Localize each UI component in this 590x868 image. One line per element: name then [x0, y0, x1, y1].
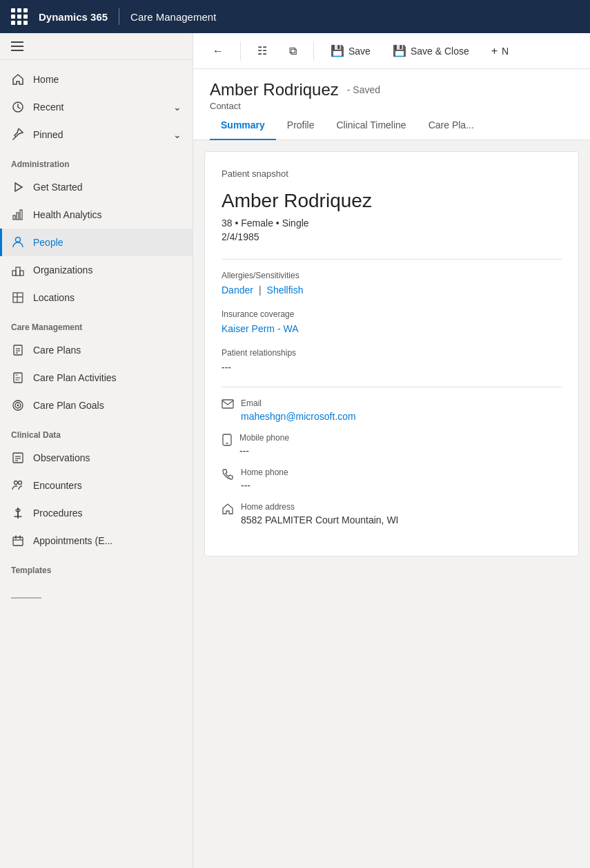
- sidebar-item-people[interactable]: People: [0, 229, 193, 256]
- home-phone-value: ---: [241, 480, 288, 491]
- sidebar-item-care-plans[interactable]: Care Plans: [0, 336, 193, 364]
- pin-icon: [11, 128, 25, 142]
- toolbar: ← ☷ ⧉ 💾 Save 💾 Save & Close + N: [193, 33, 590, 69]
- recent-icon: [11, 100, 25, 114]
- patient-name-header: Amber Rodriquez: [210, 80, 339, 99]
- care-plan-activities-icon: [11, 371, 25, 385]
- demographics-separator-2: •: [276, 218, 282, 229]
- record-title: Amber Rodriquez - Saved: [210, 80, 573, 99]
- topbar-divider: [119, 8, 119, 25]
- save-close-label: Save & Close: [411, 46, 469, 57]
- back-button[interactable]: ←: [204, 41, 232, 61]
- mobile-row: Mobile phone ---: [222, 433, 562, 456]
- svg-marker-1: [15, 183, 22, 191]
- save-close-button[interactable]: 💾 Save & Close: [384, 40, 478, 61]
- open-button[interactable]: ⧉: [281, 41, 305, 61]
- email-label: Email: [241, 398, 356, 408]
- section-administration: Administration: [0, 148, 193, 173]
- relationships-label: Patient relationships: [222, 348, 562, 358]
- tab-profile[interactable]: Profile: [276, 111, 326, 140]
- allergy-dander[interactable]: Dander: [222, 284, 253, 296]
- pinned-arrow-icon: ⌄: [173, 129, 181, 140]
- sidebar-item-recent[interactable]: Recent ⌄: [0, 93, 193, 121]
- sidebar-item-procedures[interactable]: Procedures: [0, 499, 193, 527]
- back-icon: ←: [213, 45, 224, 57]
- relationships-section: Patient relationships ---: [222, 348, 562, 373]
- svg-rect-4: [20, 210, 22, 220]
- encounters-icon: [11, 479, 25, 492]
- sidebar-item-observations[interactable]: Observations: [0, 444, 193, 472]
- locations-label: Locations: [33, 292, 75, 303]
- svg-rect-9: [13, 293, 23, 302]
- sidebar-item-locations[interactable]: Locations: [0, 284, 193, 311]
- demographics-separator-1: •: [235, 218, 241, 229]
- sidebar-item-appointments[interactable]: Appointments (E...: [0, 527, 193, 554]
- content-area: ← ☷ ⧉ 💾 Save 💾 Save & Close + N: [193, 33, 590, 868]
- record-type: Contact: [210, 101, 573, 111]
- home-phone-label: Home phone: [241, 467, 288, 477]
- save-close-icon: 💾: [393, 44, 406, 57]
- allergies-row: Dander | Shellfish: [222, 284, 562, 296]
- sidebar-item-organizations[interactable]: Organizations: [0, 256, 193, 284]
- patient-gender: Female: [241, 218, 273, 229]
- sidebar-item-care-plan-activities[interactable]: Care Plan Activities: [0, 364, 193, 392]
- email-icon: [222, 399, 234, 412]
- health-analytics-icon: [11, 208, 25, 222]
- sidebar-item-encounters[interactable]: Encounters: [0, 472, 193, 499]
- email-value[interactable]: maheshgn@microsoft.com: [241, 411, 356, 422]
- allergy-shellfish[interactable]: Shellfish: [267, 284, 304, 296]
- section-templates: Templates: [0, 554, 193, 579]
- form-view-button[interactable]: ☷: [249, 40, 275, 61]
- svg-point-19: [17, 405, 19, 407]
- hamburger-menu[interactable]: [11, 41, 23, 51]
- sidebar-top: [0, 33, 193, 60]
- record-status: - Saved: [347, 84, 380, 95]
- email-row: Email maheshgn@microsoft.com: [222, 398, 562, 422]
- care-plan-activities-label: Care Plan Activities: [33, 372, 117, 383]
- svg-rect-20: [13, 453, 23, 463]
- insurance-value[interactable]: Kaiser Perm - WA: [222, 323, 562, 334]
- form-icon: ☷: [257, 44, 267, 57]
- app-name: Dynamics 365: [39, 11, 108, 23]
- care-plan-goals-label: Care Plan Goals: [33, 400, 104, 411]
- topbar: Dynamics 365 Care Management: [0, 0, 590, 33]
- organizations-icon: [11, 263, 25, 277]
- people-label: People: [33, 237, 63, 248]
- snapshot-title: Patient snapshot: [222, 168, 562, 179]
- locations-icon: [11, 291, 25, 305]
- sidebar-item-home[interactable]: Home: [0, 66, 193, 93]
- tab-care-plan[interactable]: Care Pla...: [417, 111, 485, 140]
- section-care-management: Care Management: [0, 311, 193, 336]
- contact-section: Email maheshgn@microsoft.com: [222, 398, 562, 525]
- svg-rect-6: [12, 271, 16, 276]
- patient-age: 38: [222, 218, 233, 229]
- svg-rect-8: [20, 271, 23, 276]
- procedures-icon: [11, 506, 25, 520]
- pinned-label: Pinned: [33, 129, 63, 140]
- svg-rect-12: [14, 345, 22, 355]
- save-button[interactable]: 💾 Save: [322, 40, 379, 61]
- new-button[interactable]: + N: [483, 41, 517, 61]
- home-address-label: Home address: [241, 502, 399, 512]
- health-analytics-label: Health Analytics: [33, 209, 102, 220]
- home-phone-row: Home phone ---: [222, 467, 562, 491]
- sidebar-item-pinned[interactable]: Pinned ⌄: [0, 121, 193, 148]
- sidebar-item-care-plan-goals[interactable]: Care Plan Goals: [0, 392, 193, 419]
- email-info: Email maheshgn@microsoft.com: [241, 398, 356, 422]
- new-label: N: [502, 46, 509, 57]
- sidebar-item-health-analytics[interactable]: Health Analytics: [0, 201, 193, 229]
- svg-rect-29: [13, 537, 23, 546]
- sidebar-item-get-started[interactable]: Get Started: [0, 173, 193, 201]
- divider-2: [222, 387, 562, 387]
- more-items-indicator: ⎯⎯⎯⎯: [0, 579, 193, 605]
- home-address-value: 8582 PALMITER Court Mountain, WI: [241, 514, 399, 525]
- mobile-icon: [222, 434, 233, 449]
- appointments-icon: [11, 534, 25, 548]
- module-name: Care Management: [130, 11, 216, 23]
- app-launcher-icon[interactable]: [11, 8, 28, 25]
- organizations-label: Organizations: [33, 264, 92, 276]
- relationships-value: ---: [222, 362, 562, 373]
- tab-summary[interactable]: Summary: [210, 111, 276, 140]
- patient-demographics: 38 • Female • Single: [222, 218, 562, 229]
- tab-clinical-timeline[interactable]: Clinical Timeline: [326, 111, 417, 140]
